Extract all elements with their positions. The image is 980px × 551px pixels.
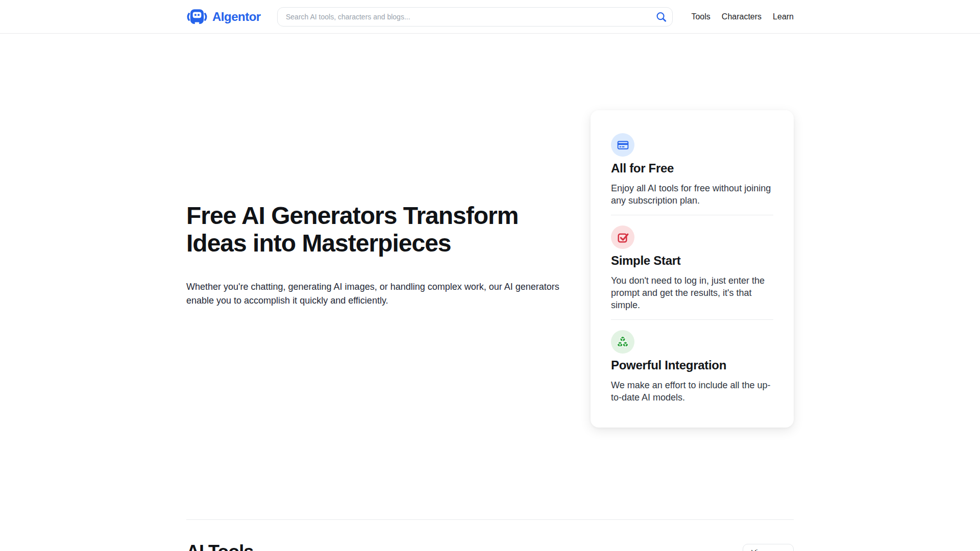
search-button[interactable] <box>654 9 669 24</box>
view-more-button[interactable]: View more <box>743 544 794 551</box>
main-content: Free AI Generators Transform Ideas into … <box>186 34 794 551</box>
hero-subtitle: Whether you're chatting, generating AI i… <box>186 280 584 308</box>
cubes-icon <box>611 330 634 354</box>
page-title-line1: Free AI Generators Transform <box>186 202 518 230</box>
divider <box>611 319 773 320</box>
nav-link-tools[interactable]: Tools <box>691 12 710 21</box>
robot-icon <box>186 8 208 26</box>
feature-text: We make an effort to include all the up-… <box>611 379 773 404</box>
search-bar <box>277 7 673 27</box>
feature-title: All for Free <box>611 161 773 176</box>
nav-link-characters[interactable]: Characters <box>722 12 762 21</box>
search-input[interactable] <box>277 7 673 27</box>
feature-item-all-for-free: All for Free Enjoy all AI tools for free… <box>611 133 773 207</box>
top-navbar: AIgentor Tools Characters Learn <box>0 0 980 34</box>
feature-title: Powerful Integration <box>611 358 773 372</box>
brand-name: AIgentor <box>212 10 261 24</box>
section-divider <box>186 519 794 520</box>
divider <box>611 215 773 215</box>
check-square-icon <box>611 226 634 249</box>
feature-item-simple-start: Simple Start You don't need to log in, j… <box>611 226 773 311</box>
credit-card-icon <box>611 133 634 157</box>
feature-title: Simple Start <box>611 254 773 268</box>
feature-item-powerful-integration: Powerful Integration We make an effort t… <box>611 330 773 404</box>
search-icon <box>655 16 667 24</box>
page-title-line2: Ideas into Masterpieces <box>186 230 518 257</box>
feature-text: Enjoy all AI tools for free without join… <box>611 182 773 207</box>
ai-tools-section-title: AI Tools <box>186 541 253 551</box>
nav-link-learn[interactable]: Learn <box>773 12 794 21</box>
features-card: All for Free Enjoy all AI tools for free… <box>591 110 794 428</box>
feature-text: You don't need to log in, just enter the… <box>611 274 773 311</box>
primary-nav: Tools Characters Learn <box>691 12 794 21</box>
brand-logo[interactable]: AIgentor <box>186 8 261 26</box>
page-title: Free AI Generators Transform Ideas into … <box>186 202 518 257</box>
